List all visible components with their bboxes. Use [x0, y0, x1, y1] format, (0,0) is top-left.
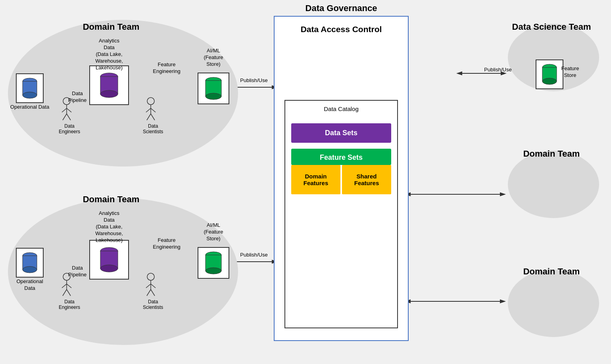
svg-line-63	[151, 284, 156, 288]
svg-line-57	[67, 284, 71, 288]
aiml-cylinder-bottom	[205, 251, 222, 274]
svg-line-35	[62, 108, 67, 112]
publish-use-top: Publish/Use	[236, 77, 272, 84]
data-science-team-title: Data Science Team	[500, 22, 603, 32]
svg-line-65	[151, 289, 155, 296]
data-governance-title: Data Governance	[274, 3, 409, 13]
domain-team-right-mid-ellipse	[508, 151, 599, 218]
feature-engineering-label-bottom: FeatureEngineering	[151, 237, 183, 251]
data-pipeline-label-top: DataPipeline	[63, 90, 91, 104]
analytics-data-label-bottom: AnalyticsData(Data Lake,Warehouse,Lakeho…	[83, 210, 135, 243]
op-data-cylinder-top	[22, 77, 38, 99]
svg-point-50	[100, 265, 118, 272]
svg-point-32	[206, 93, 221, 100]
svg-line-37	[63, 114, 67, 120]
data-catalog-title: Data Catalog	[285, 101, 397, 115]
datasets-block: Data Sets	[291, 123, 391, 143]
feature-store-cylinder-right	[542, 63, 557, 85]
publish-use-bottom: Publish/Use	[236, 252, 272, 259]
aiml-cylinder-top	[205, 77, 222, 100]
aiml-label-top: AI/ML(FeatureStore)	[194, 48, 233, 68]
analytics-cylinder-top	[100, 73, 119, 98]
data-access-control-title: Data Access Control	[275, 25, 408, 34]
aiml-box-bottom	[198, 247, 229, 279]
analytics-data-box-top	[89, 65, 129, 105]
domain-team-right-bot-ellipse	[508, 270, 599, 337]
domain-team-top-title: Domain Team	[71, 22, 151, 32]
svg-line-41	[146, 108, 151, 112]
svg-line-42	[151, 108, 156, 112]
svg-point-47	[23, 266, 37, 273]
svg-line-59	[67, 289, 71, 296]
data-scientists-top: DataScientists	[143, 97, 163, 134]
svg-point-53	[206, 268, 221, 274]
svg-line-38	[67, 114, 71, 120]
svg-marker-15	[500, 192, 506, 196]
svg-point-26	[23, 92, 37, 98]
op-data-cylinder-bottom	[22, 252, 38, 274]
svg-line-43	[147, 114, 151, 120]
svg-line-62	[146, 284, 151, 288]
data-engineers-bottom: DataEngineers	[59, 273, 80, 310]
data-catalog-box: Data Catalog Data Sets Feature Sets Doma…	[284, 100, 398, 328]
shared-features-block: SharedFeatures	[342, 165, 391, 194]
analytics-cylinder-bottom	[100, 247, 119, 273]
domain-team-right-mid-title: Domain Team	[500, 149, 603, 159]
aiml-box-top	[198, 73, 229, 104]
svg-point-29	[100, 90, 118, 98]
domain-features-block: DomainFeatures	[291, 165, 340, 194]
feature-sets-block: Feature Sets	[291, 149, 391, 165]
svg-point-54	[63, 273, 70, 280]
diagram: Data Access Control Data Catalog Data Se…	[0, 0, 611, 364]
svg-line-58	[63, 289, 67, 296]
svg-line-36	[67, 108, 71, 112]
domain-team-bottom-title: Domain Team	[71, 194, 151, 205]
svg-line-44	[151, 114, 155, 120]
analytics-data-box-bottom	[89, 240, 129, 280]
op-data-label-top: Operational Data	[10, 104, 50, 111]
svg-marker-20	[456, 71, 462, 75]
domain-team-right-bot-title: Domain Team	[500, 266, 603, 277]
op-data-box-bottom	[16, 248, 44, 278]
svg-point-68	[542, 78, 557, 84]
svg-line-64	[147, 289, 151, 296]
governance-box: Data Access Control Data Catalog Data Se…	[274, 16, 409, 341]
feature-engineering-label-top: FeatureEngineering	[151, 61, 183, 75]
svg-marker-18	[500, 299, 506, 303]
svg-point-60	[147, 273, 154, 280]
features-row: DomainFeatures SharedFeatures	[291, 165, 391, 194]
data-scientists-bottom: DataScientists	[143, 273, 163, 310]
feature-store-label-right: FeatureStore	[556, 65, 584, 79]
op-data-label-bottom: OperationalData	[10, 278, 50, 292]
svg-line-56	[62, 284, 67, 288]
publish-use-right: Publish/Use	[480, 67, 516, 73]
analytics-data-label-top: AnalyticsData(Data Lake,Warehouse,Lakeho…	[83, 38, 135, 71]
op-data-box-top	[16, 73, 44, 103]
svg-point-39	[147, 98, 154, 105]
aiml-label-bottom: AI/ML(FeatureStore)	[194, 222, 233, 242]
